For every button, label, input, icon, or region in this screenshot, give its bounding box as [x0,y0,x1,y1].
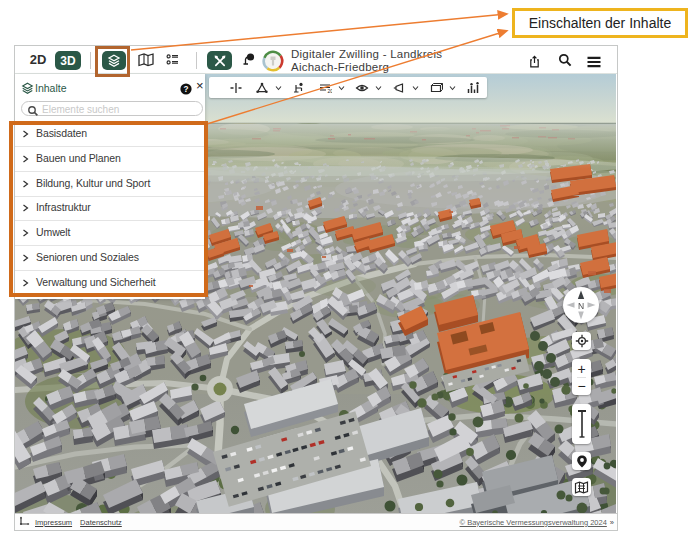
svg-text:N: N [578,301,584,311]
svg-text:?: ? [183,85,188,94]
svg-text:20: 20 [327,88,332,94]
